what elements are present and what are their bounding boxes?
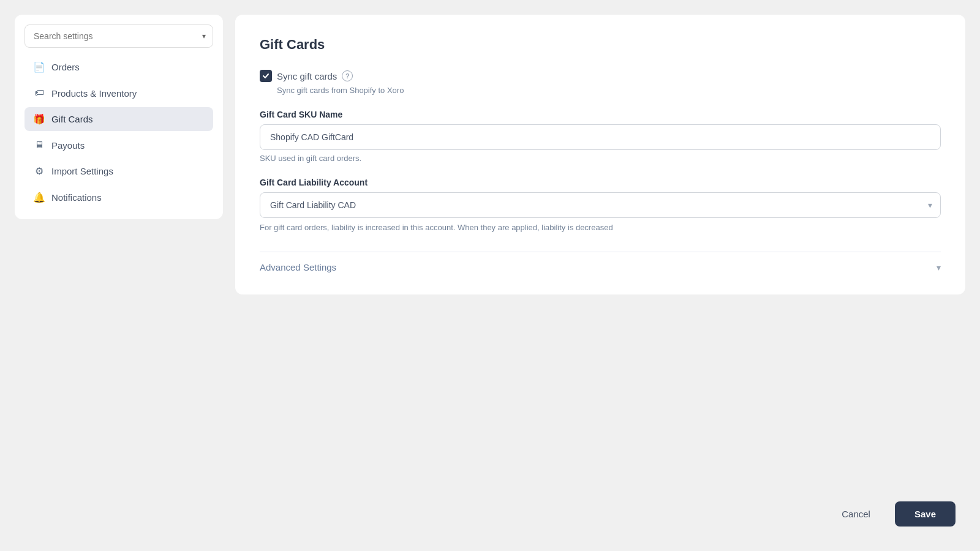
- gift-cards-icon: 🎁: [33, 113, 45, 125]
- notifications-icon: 🔔: [33, 192, 45, 203]
- sync-row: Sync gift cards ?: [260, 70, 941, 82]
- products-icon: 🏷: [33, 88, 45, 99]
- cancel-button[interactable]: Cancel: [824, 501, 888, 527]
- gift-cards-label: Gift Cards: [51, 114, 93, 124]
- save-button[interactable]: Save: [895, 501, 956, 527]
- sidebar-item-payouts[interactable]: 🖥 Payouts: [24, 133, 213, 157]
- main-content: Gift Cards Sync gift cards ? Sync gift c…: [235, 15, 965, 294]
- notifications-label: Notifications: [51, 192, 102, 203]
- sidebar-item-products-inventory[interactable]: 🏷 Products & Inventory: [24, 81, 213, 105]
- orders-label: Orders: [51, 62, 80, 72]
- help-icon[interactable]: ?: [342, 70, 353, 81]
- import-settings-icon: ⚙: [33, 165, 45, 177]
- sync-checkbox[interactable]: [260, 70, 272, 82]
- search-wrapper: ▾: [24, 24, 213, 48]
- payouts-icon: 🖥: [33, 140, 45, 151]
- sku-label: Gift Card SKU Name: [260, 110, 941, 119]
- advanced-settings-toggle[interactable]: Advanced Settings ▾: [260, 252, 941, 272]
- page-title: Gift Cards: [260, 37, 941, 53]
- orders-icon: 📄: [33, 61, 45, 73]
- products-label: Products & Inventory: [51, 88, 137, 99]
- advanced-settings-label: Advanced Settings: [260, 262, 336, 272]
- liability-label: Gift Card Liability Account: [260, 178, 941, 187]
- import-settings-label: Import Settings: [51, 166, 113, 176]
- sku-input[interactable]: [260, 124, 941, 150]
- liability-select-wrapper: Gift Card Liability CAD ▾: [260, 192, 941, 218]
- liability-hint: For gift card orders, liability is incre…: [260, 223, 941, 232]
- sidebar-item-gift-cards[interactable]: 🎁 Gift Cards: [24, 107, 213, 131]
- sidebar: ▾ 📄 Orders 🏷 Products & Inventory 🎁 Gift…: [15, 15, 223, 219]
- liability-select[interactable]: Gift Card Liability CAD: [260, 192, 941, 218]
- sync-label: Sync gift cards: [277, 71, 337, 81]
- sku-hint: SKU used in gift card orders.: [260, 154, 941, 163]
- check-icon: [262, 72, 270, 80]
- advanced-chevron-icon: ▾: [937, 263, 941, 272]
- sidebar-item-import-settings[interactable]: ⚙ Import Settings: [24, 159, 213, 183]
- sidebar-item-notifications[interactable]: 🔔 Notifications: [24, 186, 213, 209]
- payouts-label: Payouts: [51, 140, 85, 151]
- sidebar-item-orders[interactable]: 📄 Orders: [24, 55, 213, 79]
- footer-buttons: Cancel Save: [824, 501, 956, 527]
- sync-description: Sync gift cards from Shopify to Xoro: [260, 86, 941, 95]
- search-input[interactable]: [24, 24, 213, 48]
